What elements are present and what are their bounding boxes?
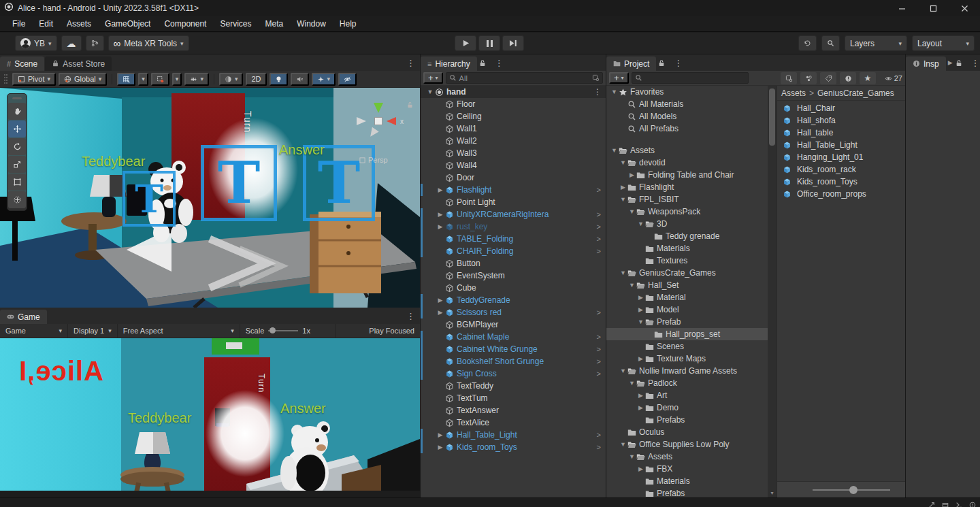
save-search-button[interactable] <box>781 72 797 84</box>
hand-tool-button[interactable] <box>8 103 26 120</box>
asset-item[interactable]: Hall_Chair <box>777 102 905 114</box>
prefab-more-arrow[interactable]: > <box>597 223 606 231</box>
menu-item-meta[interactable]: Meta <box>258 16 290 31</box>
search-button[interactable] <box>821 35 840 51</box>
menu-item-help[interactable]: Help <box>333 16 363 31</box>
step-button[interactable] <box>502 35 524 51</box>
foldout-open-icon[interactable]: ▼ <box>425 88 435 95</box>
foldout-closed-icon[interactable]: ▶ <box>436 444 445 451</box>
hierarchy-item[interactable]: Bookshelf Short Grunge > <box>421 355 606 367</box>
hierarchy-panel-menu[interactable]: ⋮ <box>490 58 508 68</box>
project-tree-item[interactable]: Prefabs <box>606 414 768 426</box>
foldout-closed-icon[interactable]: ▶ <box>436 223 445 230</box>
tab-inspector[interactable]: Insp <box>906 56 946 71</box>
audio-toggle[interactable] <box>291 73 309 86</box>
tab-project[interactable]: Project <box>606 56 656 71</box>
project-tree-item[interactable]: Prefabs <box>606 487 768 497</box>
asset-item[interactable]: Hanging_Light_01 <box>777 151 905 163</box>
hidden-count-badge[interactable]: 27 <box>885 74 902 82</box>
foldout-open-icon[interactable]: ▼ <box>619 196 627 203</box>
project-tree-item[interactable]: ▼ GeniusCrate_Games <box>606 267 768 279</box>
project-tree-item[interactable]: Materials <box>606 242 768 255</box>
undo-history-button[interactable] <box>798 35 817 51</box>
status-cache-icon[interactable] <box>942 499 949 507</box>
foldout-open-icon[interactable]: ▼ <box>627 453 636 460</box>
meta-xr-tools-dropdown[interactable]: ∞Meta XR Tools▾ <box>108 35 189 51</box>
menu-item-window[interactable]: Window <box>290 16 333 31</box>
hierarchy-item[interactable]: TextAnswer <box>421 404 606 416</box>
foldout-closed-icon[interactable]: ▶ <box>636 294 645 301</box>
project-tree-item[interactable]: Oculus <box>606 426 768 438</box>
hierarchy-item[interactable]: Floor <box>421 98 606 110</box>
prefab-more-arrow[interactable]: > <box>597 443 606 451</box>
inspector-lock-icon[interactable] <box>954 59 964 67</box>
status-notification-icon[interactable] <box>969 499 976 507</box>
menu-item-services[interactable]: Services <box>213 16 258 31</box>
aspect-dropdown[interactable]: Free Aspect▾ <box>118 324 240 338</box>
grid-snap-dropdown[interactable]: ▾ <box>138 73 148 86</box>
project-tree-item[interactable]: Hall_props_set <box>606 328 768 340</box>
prefab-more-arrow[interactable]: > <box>597 357 606 365</box>
hierarchy-item[interactable]: Button <box>421 257 606 269</box>
effects-toggle[interactable]: ▾ <box>312 73 336 86</box>
game-display-mode-dropdown[interactable]: Game▾ <box>0 324 68 338</box>
foldout-closed-icon[interactable]: ▶ <box>436 211 445 218</box>
project-tree-item[interactable]: ▼ FPL_ISBIT <box>606 193 768 206</box>
hierarchy-item[interactable]: BGMPlayer <box>421 318 606 331</box>
gizmo-center-cube[interactable] <box>374 117 382 125</box>
scroll-down-arrow[interactable]: ▾ <box>768 490 777 496</box>
2d-toggle[interactable]: 2D <box>246 73 266 86</box>
project-tree-item[interactable]: ▼ WeaponsPack <box>606 206 768 218</box>
prefab-more-arrow[interactable]: > <box>597 186 606 194</box>
foldout-closed-icon[interactable]: ▶ <box>436 431 445 438</box>
project-tree-item[interactable]: ▼ Hall_Set <box>606 279 768 291</box>
minimize-button[interactable] <box>886 0 917 16</box>
hierarchy-item[interactable]: CHAIR_Folding > <box>421 245 606 257</box>
project-tree-item[interactable]: ▼ Assets <box>606 144 768 157</box>
hierarchy-search-input[interactable]: All <box>446 72 603 84</box>
move-tool-button[interactable] <box>8 120 26 137</box>
scrollbar-thumb[interactable] <box>769 88 775 146</box>
foldout-open-icon[interactable]: ▼ <box>619 159 627 166</box>
cloud-services-button[interactable]: ☁ <box>61 35 82 51</box>
foldout-closed-icon[interactable]: ▶ <box>636 355 645 362</box>
hierarchy-item[interactable]: TextTeddy <box>421 380 606 392</box>
prefab-more-arrow[interactable]: > <box>597 333 606 341</box>
breadcrumb-current[interactable]: GeniusCrate_Games <box>817 88 894 98</box>
account-dropdown[interactable]: YB▾ <box>15 35 57 51</box>
hierarchy-item[interactable]: ▶ Scissors red > <box>421 306 606 318</box>
asset-item[interactable]: Office_room_props <box>777 188 905 200</box>
hierarchy-item[interactable]: ▶ Hall_Table_Light > <box>421 429 606 441</box>
project-tree-item[interactable]: Teddy grenade <box>606 230 768 242</box>
tab-scroll-arrow[interactable]: ▶ <box>947 59 954 66</box>
layers-dropdown[interactable]: Layers▾ <box>845 35 907 51</box>
foldout-open-icon[interactable]: ▼ <box>627 380 636 387</box>
foldout-open-icon[interactable]: ▼ <box>619 269 627 276</box>
project-tree-item[interactable]: ▼ Prefab <box>606 316 768 328</box>
project-tree-item[interactable]: ▼ Padlock <box>606 377 768 389</box>
search-by-label-button[interactable] <box>820 72 836 84</box>
overlay-grip[interactable] <box>12 97 22 99</box>
project-tree-item[interactable]: ▶ Material <box>606 291 768 304</box>
hierarchy-item[interactable]: Sign Cross > <box>421 367 606 380</box>
hierarchy-item[interactable]: ▶ Kids_room_Toys > <box>421 441 606 453</box>
lighting-toggle[interactable] <box>270 73 288 86</box>
prefab-more-arrow[interactable]: > <box>597 210 606 218</box>
increment-snap-toggle[interactable] <box>151 73 169 86</box>
foldout-open-icon[interactable]: ▼ <box>610 147 619 154</box>
hierarchy-item[interactable]: Cabinet White Grunge > <box>421 343 606 355</box>
foldout-closed-icon[interactable]: ▶ <box>436 297 445 304</box>
project-tree-item[interactable]: ▶ Model <box>606 304 768 316</box>
menu-item-file[interactable]: File <box>5 16 32 31</box>
hierarchy-create-dropdown[interactable]: +▾ <box>423 72 443 84</box>
project-tree-item[interactable]: ▶ Art <box>606 389 768 402</box>
project-tree-item[interactable]: ▼ Office Supplies Low Poly <box>606 438 768 451</box>
menu-item-component[interactable]: Component <box>157 16 213 31</box>
hierarchy-item[interactable]: ▶ TeddyGrenade <box>421 294 606 306</box>
global-dropdown[interactable]: Global▾ <box>59 73 107 86</box>
favorites-filter-button[interactable]: ★ <box>860 72 876 84</box>
project-tree-item[interactable]: ▼ 3D <box>606 218 768 230</box>
orientation-gizmo[interactable]: x <box>351 97 407 152</box>
hierarchy-item[interactable]: ▶ UnityXRCameraRigIntera > <box>421 208 606 220</box>
toolbar-grip[interactable] <box>4 74 7 84</box>
